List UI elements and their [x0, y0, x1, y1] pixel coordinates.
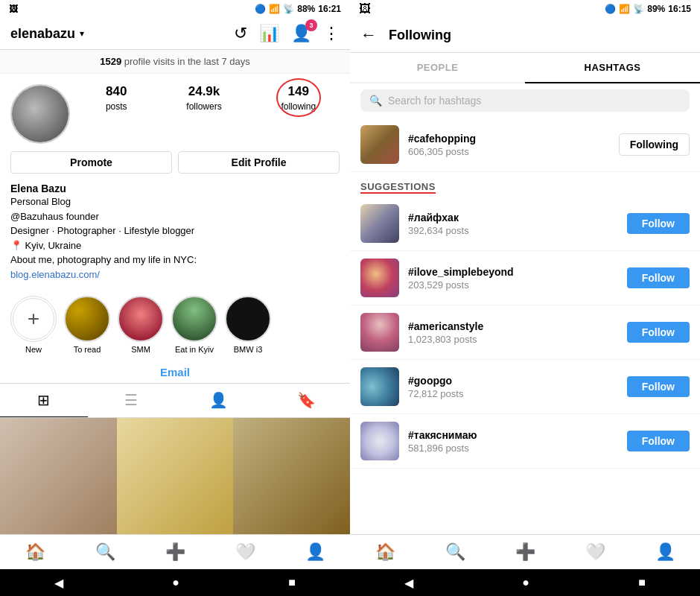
bottom-nav-right: 🏠 🔍 ➕ 🤍 👤 — [350, 534, 700, 569]
story-plus-icon: + — [13, 298, 54, 340]
android-back[interactable]: ◀ — [54, 576, 63, 590]
username-area[interactable]: elenabazu ▾ — [10, 26, 84, 42]
hashtag-thumb-image-goopgo — [360, 367, 399, 406]
edit-profile-button[interactable]: Edit Profile — [178, 151, 340, 174]
stats-icon[interactable]: 📊 — [259, 24, 279, 43]
hashtag-info-american: #americanstyle 1,023,803 posts — [408, 320, 618, 345]
story-item-to-read[interactable]: To read — [64, 296, 110, 354]
nav-profile-right[interactable]: 👤 — [655, 542, 675, 562]
follow-button-lifehack[interactable]: Follow — [627, 213, 690, 234]
bio-link[interactable]: blog.elenabazu.com/ — [10, 269, 100, 280]
time-right: 16:15 — [668, 4, 691, 14]
stat-following-number: 149 — [281, 84, 316, 99]
nav-search[interactable]: 🔍 — [95, 542, 115, 562]
right-panel: 🖼 🔵 📶 📡 89% 16:15 ← Following PEOPLE HAS… — [350, 0, 700, 596]
story-item-bmw[interactable]: BMW i3 — [225, 296, 271, 354]
story-label-bmw: BMW i3 — [234, 345, 263, 354]
photo-cell-3[interactable] — [233, 418, 350, 535]
nav-home[interactable]: 🏠 — [25, 542, 45, 562]
profile-visits-text: profile visits in the last 7 days — [124, 56, 250, 67]
android-home[interactable]: ● — [172, 576, 179, 589]
nav-heart[interactable]: 🤍 — [235, 542, 255, 562]
signal-icon: 📡 — [283, 4, 294, 14]
hashtag-item-ilove: #ilove_simplebeyond 203,529 posts Follow — [350, 251, 700, 305]
hashtag-name-lifehack: #лайфхак — [408, 212, 618, 224]
wifi-icon: 📶 — [269, 4, 280, 14]
tab-people[interactable]: PEOPLE — [350, 53, 525, 82]
status-bar-left: 🖼 🔵 📶 📡 88% 16:21 — [0, 0, 350, 18]
promote-button[interactable]: Promote — [10, 151, 172, 174]
left-panel: 🖼 🔵 📶 📡 88% 16:21 elenabazu ▾ ↺ 📊 👤 3 ⋮ … — [0, 0, 350, 596]
stat-posts-number: 840 — [106, 84, 127, 99]
hashtag-item-goopgo: #goopgo 72,812 posts Follow — [350, 360, 700, 414]
tab-hashtags[interactable]: HASHTAGS — [525, 53, 700, 83]
hashtag-posts-cafehopping: 606,305 posts — [408, 146, 610, 157]
follow-button-goopgo[interactable]: Follow — [627, 376, 690, 397]
android-recent-right[interactable]: ■ — [638, 576, 646, 589]
status-icons-left: 🔵 📶 📡 88% 16:21 — [255, 4, 341, 14]
bio-line2: @Bazuhaus founder — [10, 209, 340, 224]
photo-cell-2[interactable] — [117, 418, 234, 535]
story-label-smm: SMM — [131, 345, 150, 354]
story-label-new: New — [25, 345, 42, 354]
story-item-new[interactable]: + New — [10, 296, 57, 354]
hashtag-name-american: #americanstyle — [408, 320, 618, 332]
back-button[interactable]: ← — [360, 25, 377, 45]
android-recent[interactable]: ■ — [288, 576, 296, 589]
tab-tagged[interactable]: 👤 — [175, 384, 263, 417]
suggestions-section: SUGGESTIONS — [350, 172, 700, 197]
android-back-right[interactable]: ◀ — [404, 576, 413, 590]
hashtag-info-ilove: #ilove_simplebeyond 203,529 posts — [408, 266, 618, 291]
hashtag-name-goopgo: #goopgo — [408, 375, 618, 387]
story-circle-new: + — [10, 296, 57, 342]
hashtag-thumb-lifehack — [360, 204, 399, 243]
nav-add-right[interactable]: ➕ — [515, 542, 535, 562]
android-nav-left: ◀ ● ■ — [0, 569, 350, 596]
notifications-icon[interactable]: 👤 3 — [291, 24, 311, 43]
tab-list[interactable]: ☰ — [88, 384, 176, 417]
nav-heart-right[interactable]: 🤍 — [585, 542, 605, 562]
hashtag-info-takyasnimau: #такяснимаю 581,896 posts — [408, 429, 618, 454]
photo-image-1 — [0, 418, 117, 535]
search-bar[interactable]: 🔍 Search for hashtags — [360, 89, 690, 112]
hashtag-thumb-image-american — [360, 313, 399, 352]
hashtag-thumb-image-ilove — [360, 259, 399, 297]
search-hashtags-input[interactable]: Search for hashtags — [388, 95, 681, 107]
photo-tabs: ⊞ ☰ 👤 🔖 — [0, 383, 350, 418]
profile-visits-bar: 1529 profile visits in the last 7 days — [0, 50, 350, 74]
nav-profile[interactable]: 👤 — [305, 542, 325, 562]
nav-add[interactable]: ➕ — [165, 542, 185, 562]
follow-button-ilove[interactable]: Follow — [627, 267, 690, 288]
history-icon[interactable]: ↺ — [234, 24, 247, 43]
android-home-right[interactable]: ● — [522, 576, 529, 589]
tab-saved[interactable]: 🔖 — [263, 384, 351, 417]
hashtag-thumb-image-takyasnimau — [360, 422, 399, 460]
bio-name: Elena Bazu — [10, 183, 340, 194]
nav-search-right[interactable]: 🔍 — [445, 542, 465, 562]
search-icon: 🔍 — [369, 95, 382, 107]
hashtag-posts-takyasnimau: 581,896 posts — [408, 443, 618, 454]
photo-image-2 — [117, 418, 234, 535]
photo-cell-1[interactable] — [0, 418, 117, 535]
hashtag-name-cafehopping: #cafehopping — [408, 133, 610, 145]
tab-grid[interactable]: ⊞ — [0, 384, 88, 417]
stories-row: + New To read SMM Eat in Kyiv BMW i3 — [0, 288, 350, 361]
stat-followers: 24.9k followers — [186, 84, 221, 112]
stat-following[interactable]: 149 following — [281, 84, 316, 112]
hashtag-posts-ilove: 203,529 posts — [408, 279, 618, 291]
avatar[interactable] — [10, 84, 70, 144]
story-item-eat[interactable]: Eat in Kyiv — [171, 296, 217, 354]
profile-visits-count: 1529 — [100, 56, 121, 67]
story-item-smm[interactable]: SMM — [118, 296, 164, 354]
following-button-cafehopping[interactable]: Following — [619, 133, 690, 156]
hashtag-name-takyasnimau: #такяснимаю — [408, 429, 618, 441]
menu-icon[interactable]: ⋮ — [323, 24, 340, 43]
notification-badge: 3 — [305, 19, 317, 31]
hashtag-info-lifehack: #лайфхак 392,634 posts — [408, 212, 618, 236]
avatar-image — [12, 86, 69, 142]
nav-home-right[interactable]: 🏠 — [375, 542, 395, 562]
follow-button-takyasnimau[interactable]: Follow — [627, 431, 690, 451]
username-text: elenabazu — [10, 26, 75, 42]
email-link[interactable]: Email — [0, 361, 350, 383]
follow-button-american[interactable]: Follow — [627, 322, 690, 343]
